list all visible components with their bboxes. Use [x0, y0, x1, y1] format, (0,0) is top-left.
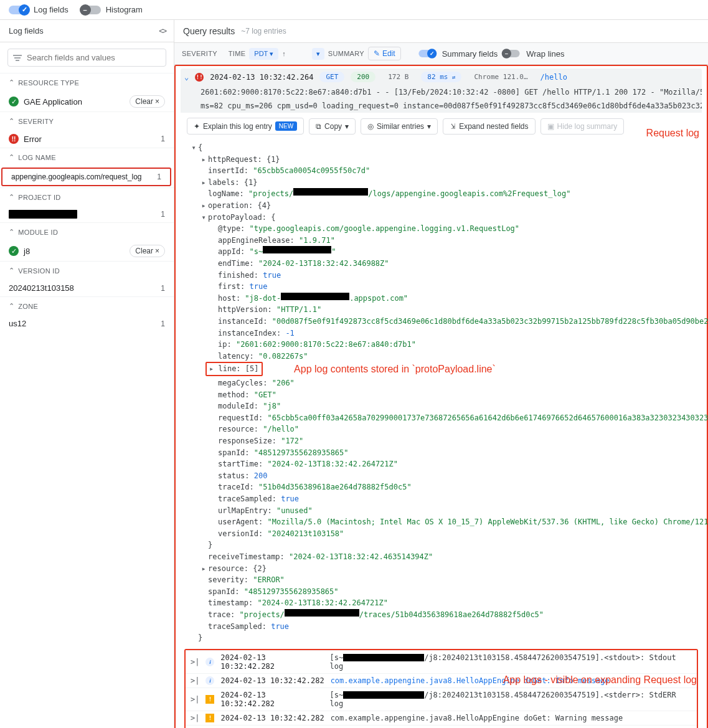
- sublog-timestamp: 2024-02-13 10:32:42.282: [220, 653, 323, 671]
- group-version-id[interactable]: ⌃VERSION ID: [0, 261, 174, 280]
- summary-dropdown[interactable]: ▾: [312, 48, 324, 60]
- close-icon: ×: [155, 97, 159, 106]
- view-toggles-bar: ✓ Log fields – Histogram: [0, 0, 708, 20]
- filter-lines-icon: [13, 55, 22, 61]
- filter-module-j8[interactable]: ✓j8 Clear×: [0, 241, 174, 261]
- edit-summary-button[interactable]: ✎Edit: [368, 47, 401, 60]
- arrow-up-icon[interactable]: ↑: [282, 50, 286, 57]
- log-entry-container: ⌄ !! 2024-02-13 10:32:42.264 GET 200 172…: [174, 65, 708, 728]
- expand-toggle[interactable]: ▸: [199, 154, 208, 166]
- app-log-row[interactable]: >| i 2024-02-13 10:32:42.282 com.example…: [186, 673, 697, 688]
- redacted-project-id: [9, 210, 77, 219]
- timezone-selector[interactable]: PDT ▾: [249, 48, 278, 60]
- similar-entries-button[interactable]: ◎Similar entries ▾: [361, 118, 438, 135]
- histogram-toggle[interactable]: –: [81, 6, 101, 14]
- severity-label: SEVERITY: [182, 50, 217, 57]
- log-fields-toggle[interactable]: ✓: [9, 6, 29, 14]
- json-viewer: ▾{ ▸httpRequest: {1} insertId: "65cbb5ca…: [181, 139, 702, 646]
- nested-app-logs: >| i 2024-02-13 10:32:42.282 [s~/j8:2024…: [184, 649, 698, 728]
- ua-pill: Chrome 121.0…: [468, 72, 534, 82]
- close-icon: ×: [155, 247, 159, 255]
- app-log-row[interactable]: >| 2024-02-13 10:32:42.282 [s~/j8:202402…: [186, 688, 697, 711]
- filter-version[interactable]: 20240213t103158 1: [0, 280, 174, 296]
- explain-button[interactable]: ✦Explain this log entryNEW: [187, 118, 304, 135]
- log-entry-header[interactable]: ⌄ !! 2024-02-13 10:32:42.264 GET 200 172…: [181, 69, 702, 85]
- caret-down-icon: ▾: [427, 122, 431, 131]
- expand-nested-button[interactable]: ⇲Expand nested fields: [443, 118, 535, 135]
- pencil-icon: ✎: [374, 49, 380, 58]
- caret-down-icon: ▾: [270, 50, 273, 58]
- app-log-row[interactable]: >| !! 2024-02-13 10:32:42.283 com.exampl…: [186, 725, 697, 728]
- wrap-lines-toggle-wrap: – Wrap lines: [501, 49, 564, 59]
- status-pill: 200: [351, 72, 375, 82]
- fields-search[interactable]: [7, 49, 166, 67]
- sidebar-header: Log fields < >: [0, 20, 174, 42]
- method-pill: GET: [319, 72, 344, 82]
- filter-log-name-request-log[interactable]: appengine.googleapis.com/request_log 1: [1, 168, 171, 186]
- wrap-lines-toggle[interactable]: –: [503, 50, 520, 57]
- proto-line-row[interactable]: ▸ line: [5] App log contents stored in `…: [189, 362, 702, 377]
- group-log-name[interactable]: ⌃LOG NAME: [0, 148, 174, 166]
- app-log-row[interactable]: >| i 2024-02-13 10:32:42.282 [s~/j8:2024…: [186, 650, 697, 673]
- log-timestamp: 2024-02-13 10:32:42.264: [210, 73, 313, 82]
- filter-gae-application[interactable]: ✓GAE Application Clear×: [0, 92, 174, 111]
- display-options-bar: SEVERITY TIME PDT ▾ ↑ ▾ SUMMARY ✎Edit ✓ …: [174, 43, 708, 65]
- group-project-id[interactable]: ⌃PROJECT ID: [0, 187, 174, 206]
- sparkle-icon: ✦: [194, 122, 200, 131]
- log-fields-sidebar: Log fields < > ⌃RESOURCE TYPE ✓GAE Appli…: [0, 20, 174, 728]
- redacted: [293, 188, 368, 196]
- copy-button[interactable]: ⧉Copy ▾: [309, 118, 356, 135]
- summary-label: SUMMARY: [328, 50, 364, 57]
- copy-icon: ⧉: [316, 122, 321, 131]
- sidebar-title: Log fields: [9, 26, 44, 35]
- filter-zone[interactable]: us12 1: [0, 315, 174, 332]
- results-panel: Query results ~7 log entries SEVERITY TI…: [174, 20, 708, 728]
- latency-pill: 82 ms ⇄: [421, 72, 461, 82]
- group-module-id[interactable]: ⌃MODULE ID: [0, 222, 174, 241]
- annotation-line: App log contents stored in `protoPayload…: [294, 362, 496, 377]
- summary-fields-toggle[interactable]: ✓: [418, 50, 435, 57]
- clear-module-button[interactable]: Clear×: [130, 245, 165, 257]
- check-icon: ✓: [9, 97, 19, 106]
- collapse-icon[interactable]: < >: [159, 26, 165, 35]
- expand-icon[interactable]: >|: [191, 658, 199, 666]
- time-label: TIME: [229, 50, 245, 57]
- severity-info-icon: i: [205, 676, 214, 685]
- log-raw-line-2: ms=82 cpu_ms=206 cpm_usd=0 loading_reque…: [181, 99, 702, 113]
- filter-project-id[interactable]: 1: [0, 206, 174, 222]
- fields-search-input[interactable]: [27, 53, 161, 62]
- expand-icon: ⇲: [451, 122, 455, 131]
- group-severity[interactable]: ⌃SEVERITY: [0, 111, 174, 130]
- log-raw-line-1: 2601:602:9000:8170:5c22:8e67:a840:d7b1 -…: [181, 85, 702, 99]
- group-zone[interactable]: ⌃ZONE: [0, 296, 174, 315]
- route-text: /hello: [540, 73, 567, 82]
- severity-warn-icon: [205, 714, 214, 722]
- chevron-down-icon[interactable]: ⌄: [184, 73, 189, 82]
- new-badge: NEW: [275, 121, 297, 131]
- target-icon: ◎: [367, 122, 374, 131]
- log-fields-toggle-label: Log fields: [34, 5, 68, 14]
- severity-info-icon: i: [205, 658, 214, 666]
- histogram-toggle-label: Histogram: [106, 5, 143, 14]
- results-header: Query results ~7 log entries: [174, 20, 708, 43]
- severity-warn-icon: [205, 695, 214, 704]
- clear-gae-button[interactable]: Clear×: [130, 95, 165, 108]
- error-icon: !!: [9, 134, 19, 144]
- histogram-toggle-wrap: – Histogram: [81, 5, 143, 14]
- results-count: ~7 log entries: [241, 27, 286, 35]
- results-title: Query results: [183, 26, 235, 36]
- group-resource-type[interactable]: ⌃RESOURCE TYPE: [0, 73, 174, 92]
- filter-severity-error[interactable]: !!Error 1: [0, 130, 174, 148]
- summary-fields-toggle-wrap: ✓ Summary fields: [417, 49, 498, 59]
- hide-summary-button: ▣Hide log summary: [540, 118, 625, 135]
- log-actions-bar: ✦Explain this log entryNEW ⧉Copy ▾ ◎Simi…: [181, 113, 702, 139]
- app-log-row[interactable]: >| 2024-02-13 10:32:42.282 com.example.a…: [186, 711, 697, 725]
- log-fields-toggle-wrap: ✓ Log fields: [9, 5, 68, 14]
- severity-error-icon: !!: [195, 73, 204, 82]
- hide-icon: ▣: [547, 122, 554, 131]
- size-pill: 172 B: [382, 72, 415, 82]
- collapse-toggle[interactable]: ▾: [189, 142, 198, 154]
- check-icon: ✓: [9, 246, 19, 256]
- caret-down-icon: ▾: [345, 122, 349, 131]
